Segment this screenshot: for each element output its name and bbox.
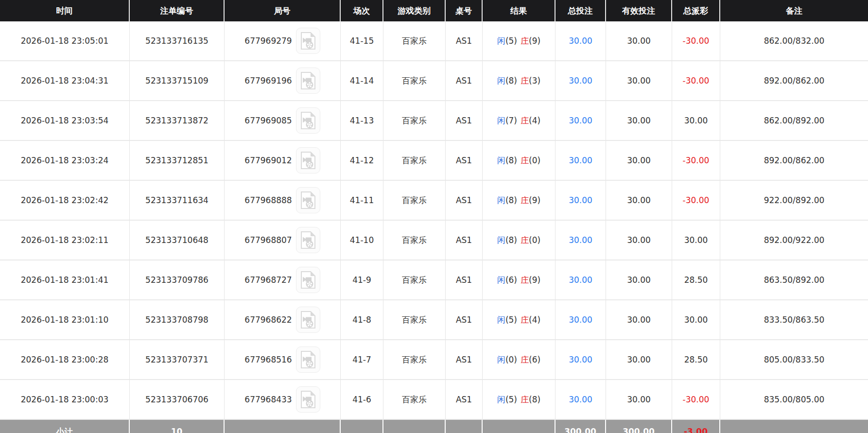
result-banker-label: 庄 bbox=[521, 235, 529, 245]
game-type-value: 百家乐 bbox=[402, 156, 427, 165]
result-cell: 闲(8)庄(0) bbox=[483, 141, 556, 181]
table-no-value: AS1 bbox=[456, 275, 472, 285]
bet-id-value: 523133707371 bbox=[145, 355, 208, 364]
video-replay-button[interactable] bbox=[296, 267, 320, 293]
table-row: 2026-01-18 23:01:10 523133708798 6779686… bbox=[0, 300, 868, 340]
game-type-cell: 百家乐 bbox=[383, 21, 446, 61]
remark-value: 862.00/832.00 bbox=[764, 36, 825, 46]
total-bet-cell: 30.00 bbox=[556, 21, 606, 61]
session-value: 41-6 bbox=[352, 395, 371, 404]
session-value: 41-10 bbox=[350, 235, 374, 245]
video-file-icon bbox=[300, 391, 316, 408]
table-no-cell: AS1 bbox=[446, 380, 483, 420]
payout-value: 30.00 bbox=[684, 116, 708, 125]
col-header-table-no: 桌号 bbox=[446, 0, 483, 21]
result-player-score: (5) bbox=[505, 36, 517, 46]
game-type-cell: 百家乐 bbox=[383, 300, 446, 340]
col-header-valid-bet: 有效投注 bbox=[606, 0, 672, 21]
result-banker-score: (4) bbox=[529, 315, 540, 325]
result-banker-score: (9) bbox=[529, 195, 540, 205]
table-no-cell: AS1 bbox=[446, 101, 483, 141]
time-cell: 2026-01-18 23:05:01 bbox=[0, 21, 130, 61]
total-bet-value: 30.00 bbox=[569, 116, 592, 125]
subtotal-empty-session-cell bbox=[341, 420, 383, 433]
valid-bet-cell: 30.00 bbox=[606, 300, 672, 340]
round-cell: 677968807 bbox=[225, 221, 341, 260]
total-bet-value: 30.00 bbox=[569, 235, 592, 245]
remark-value: 833.50/863.50 bbox=[764, 315, 825, 325]
session-value: 41-12 bbox=[350, 156, 374, 165]
result-banker-score: (4) bbox=[529, 116, 540, 125]
round-cell: 677968727 bbox=[225, 260, 341, 300]
remark-cell: 862.00/892.00 bbox=[720, 101, 868, 141]
result-player-score: (8) bbox=[505, 195, 517, 205]
video-replay-button[interactable] bbox=[296, 68, 320, 94]
result-player-label: 闲 bbox=[497, 195, 505, 205]
video-replay-button[interactable] bbox=[296, 147, 320, 173]
video-replay-button[interactable] bbox=[296, 227, 320, 253]
subtotal-empty-table-cell bbox=[446, 420, 483, 433]
game-type-cell: 百家乐 bbox=[383, 101, 446, 141]
table-no-cell: AS1 bbox=[446, 260, 483, 300]
remark-cell: 833.50/863.50 bbox=[720, 300, 868, 340]
col-header-result: 结果 bbox=[483, 0, 556, 21]
bet-id-value: 523133706706 bbox=[145, 395, 208, 404]
game-type-value: 百家乐 bbox=[402, 76, 427, 86]
result-banker-score: (8) bbox=[529, 395, 540, 404]
total-bet-value: 30.00 bbox=[569, 315, 592, 325]
subtotal-row: 小计 10 300.00 300.00 -3.00 bbox=[0, 420, 868, 433]
video-replay-button[interactable] bbox=[296, 346, 320, 373]
time-value: 2026-01-18 23:00:28 bbox=[21, 355, 109, 364]
game-type-value: 百家乐 bbox=[402, 395, 427, 404]
total-bet-cell: 30.00 bbox=[556, 141, 606, 181]
video-replay-button[interactable] bbox=[296, 28, 320, 54]
valid-bet-cell: 30.00 bbox=[606, 340, 672, 380]
col-header-total-bet: 总投注 bbox=[556, 0, 606, 21]
bet-id-value: 523133708798 bbox=[145, 315, 208, 325]
result-banker-label: 庄 bbox=[521, 156, 529, 165]
result-banker-label: 庄 bbox=[521, 76, 529, 86]
bet-id-cell: 523133715109 bbox=[130, 61, 225, 101]
video-file-icon bbox=[300, 351, 316, 368]
result-cell: 闲(5)庄(9) bbox=[483, 21, 556, 61]
table-row: 2026-01-18 23:00:03 523133706706 6779684… bbox=[0, 380, 868, 420]
table-no-cell: AS1 bbox=[446, 181, 483, 221]
table-no-cell: AS1 bbox=[446, 61, 483, 101]
remark-cell: 922.00/892.00 bbox=[720, 181, 868, 221]
remark-value: 892.00/922.00 bbox=[764, 235, 825, 245]
valid-bet-cell: 30.00 bbox=[606, 260, 672, 300]
table-no-cell: AS1 bbox=[446, 300, 483, 340]
col-header-game-type: 游戏类别 bbox=[383, 0, 446, 21]
time-cell: 2026-01-18 23:02:42 bbox=[0, 181, 130, 221]
bet-id-cell: 523133712851 bbox=[130, 141, 225, 181]
bet-id-cell: 523133706706 bbox=[130, 380, 225, 420]
valid-bet-value: 30.00 bbox=[627, 315, 651, 325]
video-replay-button[interactable] bbox=[296, 386, 320, 413]
round-id-value: 677968888 bbox=[244, 195, 292, 205]
result-banker-label: 庄 bbox=[521, 36, 529, 46]
result-cell: 闲(6)庄(9) bbox=[483, 260, 556, 300]
payout-value: -30.00 bbox=[683, 156, 710, 165]
time-value: 2026-01-18 23:05:01 bbox=[21, 36, 109, 46]
subtotal-valid-bet: 300.00 bbox=[623, 427, 655, 433]
col-header-remark: 备注 bbox=[720, 0, 868, 21]
subtotal-total-bet: 300.00 bbox=[564, 427, 596, 433]
remark-cell: 862.00/832.00 bbox=[720, 21, 868, 61]
video-file-icon bbox=[300, 112, 316, 129]
session-cell: 41-7 bbox=[341, 340, 383, 380]
subtotal-empty-round-cell bbox=[225, 420, 341, 433]
payout-value: 28.50 bbox=[684, 355, 708, 364]
total-bet-value: 30.00 bbox=[569, 76, 592, 86]
remark-cell: 805.00/833.50 bbox=[720, 340, 868, 380]
video-replay-button[interactable] bbox=[296, 107, 320, 134]
valid-bet-value: 30.00 bbox=[627, 195, 651, 205]
col-header-payout: 总派彩 bbox=[672, 0, 720, 21]
game-type-value: 百家乐 bbox=[402, 116, 427, 125]
video-file-icon bbox=[300, 271, 316, 289]
table-no-cell: AS1 bbox=[446, 340, 483, 380]
table-no-cell: AS1 bbox=[446, 221, 483, 260]
total-bet-value: 30.00 bbox=[569, 156, 592, 165]
result-player-label: 闲 bbox=[497, 235, 505, 245]
video-replay-button[interactable] bbox=[296, 187, 320, 213]
video-replay-button[interactable] bbox=[296, 307, 320, 333]
